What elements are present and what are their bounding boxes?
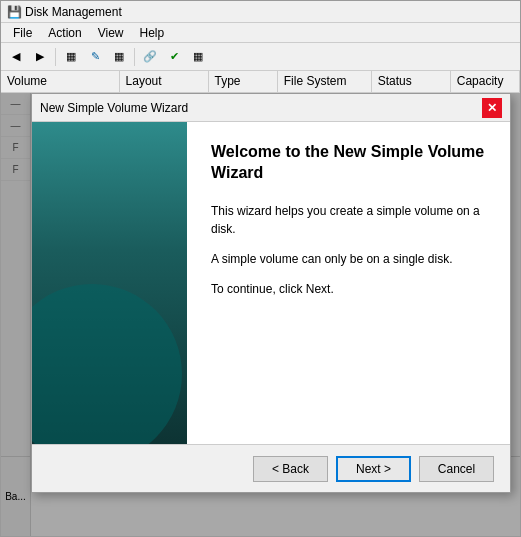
wizard-text-3: To continue, click Next.	[211, 280, 486, 298]
menu-action[interactable]: Action	[40, 24, 89, 42]
dialog-body: Welcome to the New Simple Volume Wizard …	[32, 122, 510, 444]
toolbar-btn-5[interactable]: ✔	[163, 46, 185, 68]
toolbar-btn-1[interactable]: ▦	[60, 46, 82, 68]
dialog-close-button[interactable]: ✕	[482, 98, 502, 118]
wizard-text-1: This wizard helps you create a simple vo…	[211, 202, 486, 238]
wizard-dialog: New Simple Volume Wizard ✕ Welcome to th…	[31, 93, 511, 493]
back-button[interactable]: < Back	[253, 456, 328, 482]
toolbar-separator-1	[55, 48, 56, 66]
toolbar-btn-4[interactable]: 🔗	[139, 46, 161, 68]
main-window: 💾 Disk Management File Action View Help …	[0, 0, 521, 537]
toolbar-back-btn[interactable]: ◀	[5, 46, 27, 68]
wizard-heading: Welcome to the New Simple Volume Wizard	[211, 142, 486, 184]
app-title: Disk Management	[25, 5, 514, 19]
col-header-volume: Volume	[1, 71, 120, 92]
toolbar-btn-2[interactable]: ✎	[84, 46, 106, 68]
toolbar-forward-btn[interactable]: ▶	[29, 46, 51, 68]
col-header-capacity: Capacity	[451, 71, 520, 92]
dialog-footer: < Back Next > Cancel	[32, 444, 510, 492]
dialog-title: New Simple Volume Wizard	[40, 101, 482, 115]
toolbar-btn-3[interactable]: ▦	[108, 46, 130, 68]
wizard-text-2: A simple volume can only be on a single …	[211, 250, 486, 268]
dialog-content: Welcome to the New Simple Volume Wizard …	[187, 122, 510, 444]
title-bar: 💾 Disk Management	[1, 1, 520, 23]
menu-view[interactable]: View	[90, 24, 132, 42]
cancel-button[interactable]: Cancel	[419, 456, 494, 482]
col-header-type: Type	[209, 71, 278, 92]
next-button[interactable]: Next >	[336, 456, 411, 482]
menu-file[interactable]: File	[5, 24, 40, 42]
dialog-title-bar: New Simple Volume Wizard ✕	[32, 94, 510, 122]
col-header-layout: Layout	[120, 71, 209, 92]
app-icon: 💾	[7, 5, 21, 19]
toolbar: ◀ ▶ ▦ ✎ ▦ 🔗 ✔ ▦	[1, 43, 520, 71]
col-header-status: Status	[372, 71, 451, 92]
menu-bar: File Action View Help	[1, 23, 520, 43]
dialog-decoration-circle	[32, 284, 182, 444]
dialog-left-decoration	[32, 122, 187, 444]
toolbar-btn-6[interactable]: ▦	[187, 46, 209, 68]
content-area: — — F F New Simple Volume Wizard ✕ W	[1, 93, 520, 536]
menu-help[interactable]: Help	[132, 24, 173, 42]
col-header-filesystem: File System	[278, 71, 372, 92]
column-headers: Volume Layout Type File System Status Ca…	[1, 71, 520, 93]
toolbar-separator-2	[134, 48, 135, 66]
